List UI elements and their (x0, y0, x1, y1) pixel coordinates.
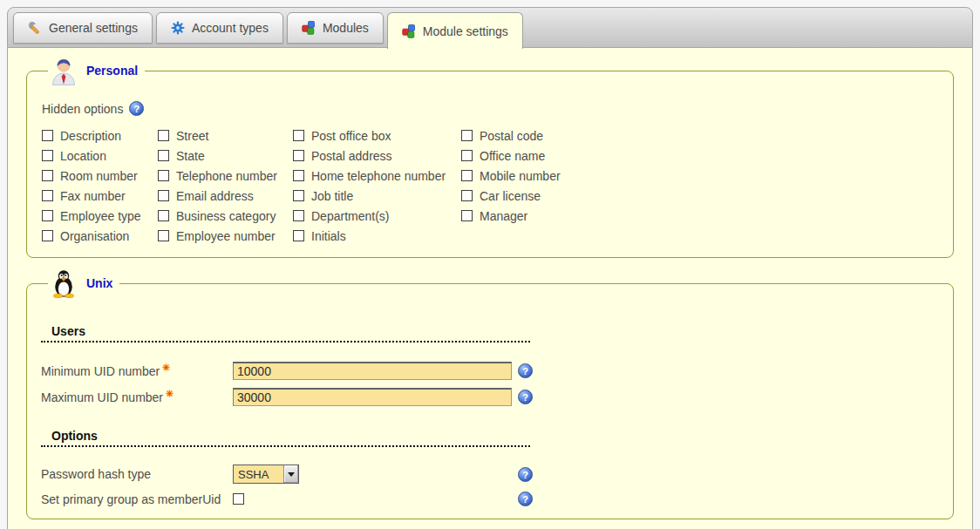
hidden-option-label: Department(s) (311, 209, 389, 223)
hidden-option-label: Street (176, 129, 208, 143)
hidden-option-post-office-box[interactable]: Post office box (293, 129, 391, 143)
unix-fieldset: Unix Users Minimum UID number ? (26, 268, 954, 519)
checkbox-icon[interactable] (158, 210, 169, 221)
tab-label: Account types (192, 21, 269, 35)
hidden-options-grid-row: OrganisationEmployee numberInitials (42, 227, 561, 247)
checkbox-icon[interactable] (461, 130, 473, 141)
hidden-option-label: Home telephone number (311, 169, 446, 183)
hidden-option-manager[interactable]: Manager (461, 209, 527, 223)
checkbox-icon[interactable] (158, 150, 169, 161)
checkbox-icon[interactable] (293, 230, 304, 241)
hidden-option-label: Employee number (176, 229, 276, 243)
hidden-option-street[interactable]: Street (158, 129, 208, 143)
hidden-option-label: Office name (480, 149, 545, 163)
hidden-option-label: Description (60, 129, 121, 143)
checkbox-icon[interactable] (158, 130, 169, 141)
hidden-option-office-name[interactable]: Office name (461, 149, 545, 163)
blocks-icon (402, 24, 416, 38)
blocks-icon (302, 21, 316, 35)
hidden-option-fax-number[interactable]: Fax number (42, 189, 126, 203)
hidden-option-label: Post office box (311, 129, 391, 143)
hidden-option-description[interactable]: Description (42, 129, 121, 143)
checkbox-icon[interactable] (293, 210, 304, 221)
hidden-option-state[interactable]: State (158, 149, 205, 163)
hidden-option-employee-number[interactable]: Employee number (158, 229, 276, 243)
tab-label: Modules (323, 21, 369, 35)
checkbox-icon[interactable] (158, 190, 169, 201)
checkbox-icon[interactable] (293, 190, 304, 201)
checkbox-icon[interactable] (461, 190, 473, 201)
hidden-option-car-license[interactable]: Car license (461, 189, 541, 203)
help-icon[interactable]: ? (518, 467, 533, 482)
configuration-tabs-widget: General settings Account types (7, 7, 973, 529)
tab-general-settings[interactable]: General settings (13, 12, 153, 44)
required-icon (162, 363, 170, 371)
min-uid-input[interactable] (233, 362, 512, 380)
hidden-option-label: Telephone number (176, 169, 277, 183)
hidden-option-label: Fax number (60, 189, 126, 203)
member-uid-row: Set primary group as memberUid ? (41, 490, 939, 508)
checkbox-icon[interactable] (461, 210, 473, 221)
hidden-option-email-address[interactable]: Email address (158, 189, 254, 203)
hidden-option-label: Employee type (60, 209, 141, 223)
member-uid-checkbox[interactable] (233, 493, 244, 505)
tab-modules[interactable]: Modules (287, 12, 384, 44)
checkbox-icon[interactable] (461, 170, 473, 181)
tab-label: Module settings (423, 24, 508, 38)
tab-account-types[interactable]: Account types (156, 12, 283, 44)
hidden-option-telephone-number[interactable]: Telephone number (158, 169, 277, 183)
personal-fieldset: Personal Hidden options ? DescriptionStr… (26, 56, 954, 258)
hidden-option-postal-code[interactable]: Postal code (461, 129, 543, 143)
checkbox-icon[interactable] (293, 170, 304, 181)
min-uid-row: Minimum UID number ? (41, 362, 939, 380)
hidden-option-department-s-[interactable]: Department(s) (293, 209, 389, 223)
max-uid-label: Maximum UID number (41, 390, 233, 404)
hidden-option-label: Business category (176, 209, 276, 223)
hidden-option-room-number[interactable]: Room number (42, 169, 138, 183)
hidden-options-grid-row: Fax numberEmail addressJob titleCar lice… (42, 187, 561, 207)
hidden-option-label: Room number (60, 169, 138, 183)
hidden-option-home-telephone-number[interactable]: Home telephone number (293, 169, 446, 183)
hidden-option-mobile-number[interactable]: Mobile number (461, 169, 561, 183)
checkbox-icon[interactable] (42, 150, 53, 161)
hidden-option-business-category[interactable]: Business category (158, 209, 276, 223)
hidden-option-label: Organisation (60, 229, 129, 243)
checkbox-icon[interactable] (293, 150, 304, 161)
checkbox-icon[interactable] (158, 230, 169, 241)
checkbox-icon[interactable] (42, 130, 53, 141)
checkbox-icon[interactable] (42, 230, 53, 241)
checkbox-icon[interactable] (293, 130, 304, 141)
hidden-option-initials[interactable]: Initials (293, 229, 346, 243)
help-icon[interactable]: ? (518, 363, 533, 378)
checkbox-icon[interactable] (158, 170, 169, 181)
hidden-option-label: Car license (480, 189, 541, 203)
checkbox-icon[interactable] (42, 190, 53, 201)
checkbox-icon[interactable] (42, 210, 53, 221)
help-icon[interactable]: ? (518, 390, 533, 404)
hidden-option-label: Mobile number (480, 169, 561, 183)
hidden-option-job-title[interactable]: Job title (293, 189, 353, 203)
select-dropdown-button[interactable] (283, 465, 298, 483)
hidden-option-postal-address[interactable]: Postal address (293, 149, 392, 163)
checkbox-icon[interactable] (461, 150, 473, 161)
chevron-down-icon (288, 472, 295, 477)
help-icon[interactable]: ? (129, 101, 144, 116)
hidden-options-grid-row: LocationStatePostal addressOffice name (42, 146, 561, 166)
person-icon (50, 56, 78, 85)
tux-penguin-icon (50, 268, 78, 298)
hidden-option-label: Postal address (311, 149, 392, 163)
hidden-option-location[interactable]: Location (42, 149, 106, 163)
max-uid-input[interactable] (233, 388, 512, 406)
password-hash-label: Password hash type (41, 467, 233, 481)
password-hash-select[interactable]: SSHA (233, 465, 299, 484)
personal-legend-label: Personal (86, 64, 138, 78)
help-icon[interactable]: ? (518, 492, 533, 506)
hidden-options-grid-row: Room numberTelephone numberHome telephon… (42, 166, 561, 187)
tab-module-settings[interactable]: Module settings (387, 12, 523, 49)
required-icon (166, 390, 174, 397)
options-section-heading: Options (41, 429, 530, 447)
hidden-option-employee-type[interactable]: Employee type (42, 209, 141, 223)
hidden-option-organisation[interactable]: Organisation (42, 229, 129, 243)
hidden-option-label: Postal code (480, 129, 543, 143)
checkbox-icon[interactable] (42, 170, 53, 181)
